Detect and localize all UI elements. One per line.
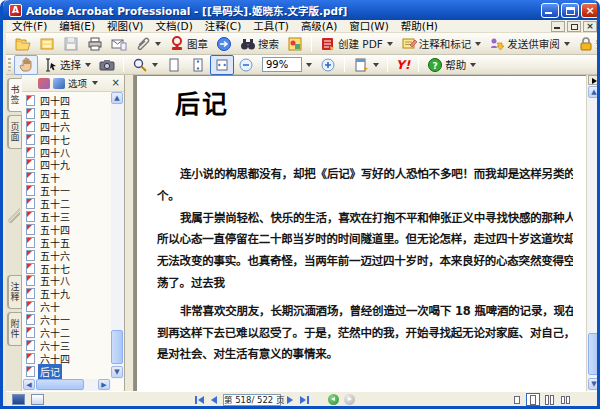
snapshot-tool-button[interactable] <box>95 55 119 75</box>
create-pdf-button[interactable]: 创建 PDF <box>316 34 397 54</box>
bookmark-label[interactable]: 后记 <box>38 364 62 379</box>
organizer-button[interactable] <box>35 34 59 54</box>
create-pdf-icon <box>320 36 336 52</box>
document-close-button[interactable]: × <box>583 21 597 32</box>
yahoo-toolbar-button[interactable]: Y! <box>392 55 414 75</box>
page-navigation: 第 518/ 522 页 <box>194 392 355 407</box>
comment-markup-button[interactable]: 注释和标记 <box>397 34 486 54</box>
maximize-button[interactable] <box>561 3 579 18</box>
scroll-right-icon[interactable]: ▶ <box>98 379 110 390</box>
acrobat-app-icon: A <box>9 4 22 17</box>
send-mail-button[interactable] <box>212 34 236 54</box>
fit-width-button[interactable] <box>210 55 234 75</box>
select-tool-button[interactable]: 选择 <box>38 55 95 75</box>
menu-item[interactable]: 注释(C) <box>199 20 248 33</box>
menu-item[interactable]: 视图(V) <box>101 20 149 33</box>
bookmarks-vscrollbar[interactable]: ▲ ▼ <box>111 92 124 379</box>
attach-file-button[interactable] <box>131 34 165 54</box>
menu-item[interactable]: 帮助(H) <box>395 20 444 33</box>
bookmark-page-icon <box>26 301 35 312</box>
continuous-page-button[interactable] <box>526 393 540 406</box>
menu-item[interactable]: 窗口(W) <box>343 20 395 33</box>
scroll-left-icon[interactable]: ◀ <box>23 379 35 390</box>
status-options-icon[interactable] <box>31 394 44 405</box>
zoom-level-value[interactable]: 99% <box>262 57 302 72</box>
panel-splitter[interactable] <box>126 75 134 391</box>
toolbar-grip[interactable] <box>8 58 11 71</box>
scroll-down-icon[interactable]: ▼ <box>588 378 600 390</box>
print-button[interactable] <box>83 34 107 54</box>
single-page-button[interactable] <box>510 393 524 406</box>
search-button[interactable]: 搜索 <box>236 34 283 54</box>
document-vscrollbar[interactable]: ▲ ▼ <box>586 75 600 391</box>
menu-item[interactable]: 文件(F) <box>6 20 53 33</box>
scroll-thumb[interactable] <box>111 330 123 364</box>
pane-menu-icon[interactable] <box>588 75 600 85</box>
previous-view-button[interactable] <box>328 394 339 405</box>
hand-tool-button[interactable] <box>14 55 38 75</box>
document-restore-button[interactable] <box>567 21 581 32</box>
bookmark-page-icon <box>26 237 35 248</box>
stamp-button[interactable]: 图章 <box>165 34 212 54</box>
magnifier-icon <box>132 57 148 73</box>
send-icon <box>216 36 232 52</box>
chevron-down-icon <box>85 63 91 67</box>
page-size-icon[interactable] <box>12 394 25 405</box>
save-button[interactable] <box>59 34 83 54</box>
menu-item[interactable]: 编辑(E) <box>53 20 101 33</box>
zoom-out-button[interactable] <box>234 55 258 75</box>
document-text-line: 是对社会、对生活有意义的事情来。 <box>157 344 573 366</box>
facing-pages-button[interactable] <box>558 393 572 406</box>
tab-bookmarks[interactable]: 书签 <box>7 78 22 112</box>
send-for-review-button[interactable]: 发送供审阅 <box>485 34 574 54</box>
help-button[interactable]: ? 帮助 <box>423 55 480 75</box>
search-label: 搜索 <box>258 36 279 51</box>
organizer-icon <box>39 36 55 52</box>
menu-item[interactable]: 工具(T) <box>247 20 295 33</box>
scroll-thumb[interactable] <box>588 333 600 375</box>
tab-comments[interactable]: 注释 <box>7 275 22 309</box>
panel-resize-handle[interactable] <box>8 207 20 223</box>
previous-page-button[interactable] <box>210 396 218 404</box>
bookmark-page-icon <box>26 263 35 274</box>
send-for-review-label: 发送供审阅 <box>507 36 560 51</box>
minimize-button[interactable] <box>541 3 559 18</box>
options-menu[interactable]: 选项 <box>68 76 87 90</box>
page-indicator-field[interactable]: 第 518/ 522 页 <box>223 394 281 406</box>
zoom-level-combo[interactable]: 99% <box>258 55 316 75</box>
close-button[interactable]: × <box>581 3 599 18</box>
fit-page-button[interactable] <box>186 55 210 75</box>
bookmarks-hscrollbar[interactable]: ◀ ▶ <box>22 379 111 391</box>
email-button[interactable] <box>107 34 131 54</box>
panel-close-icon[interactable]: × <box>112 78 120 88</box>
scroll-down-icon[interactable]: ▼ <box>111 366 123 378</box>
menu-item[interactable]: 文档(D) <box>149 20 198 33</box>
continuous-facing-button[interactable] <box>542 393 556 406</box>
zoom-in-button[interactable] <box>316 55 340 75</box>
bookmark-item[interactable]: 后记 <box>26 365 102 378</box>
fit-width-icon <box>214 57 230 73</box>
page-display-button[interactable] <box>349 55 383 75</box>
last-page-button[interactable] <box>299 396 310 404</box>
tab-attachments[interactable]: 附件 <box>7 312 22 346</box>
menu-item[interactable]: 高级(A) <box>295 20 343 33</box>
secure-button[interactable]: 安全 <box>574 34 600 54</box>
picture-tasks-button[interactable] <box>283 34 307 54</box>
chevron-down-icon <box>470 63 476 67</box>
document-minimize-button[interactable] <box>551 21 565 32</box>
open-button[interactable] <box>11 34 35 54</box>
next-view-button[interactable] <box>344 394 355 405</box>
first-page-button[interactable] <box>194 396 205 404</box>
new-bookmark-icon[interactable] <box>53 78 65 89</box>
scroll-up-icon[interactable]: ▲ <box>588 86 600 98</box>
next-page-button[interactable] <box>286 396 294 404</box>
tab-pages[interactable]: 页面 <box>7 115 22 149</box>
actual-size-button[interactable] <box>162 55 186 75</box>
expand-bookmark-icon[interactable] <box>38 78 50 89</box>
zoom-tool-button[interactable] <box>128 55 162 75</box>
page-display-icon <box>353 57 369 73</box>
chevron-down-icon <box>373 63 379 67</box>
scroll-up-icon[interactable]: ▲ <box>111 92 123 104</box>
page-title: 后记 <box>175 84 229 120</box>
scroll-thumb[interactable] <box>36 379 84 390</box>
